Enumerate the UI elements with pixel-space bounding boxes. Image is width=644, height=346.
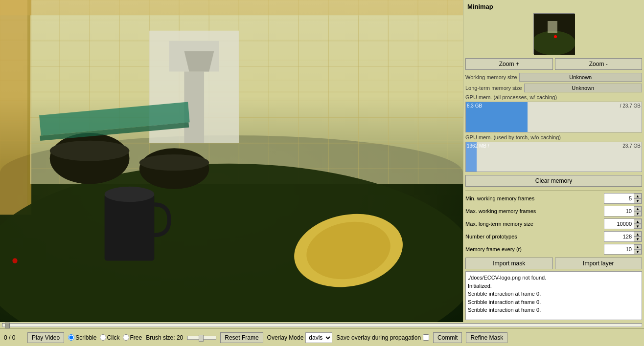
memory-frame-down[interactable]: ▼	[634, 249, 642, 254]
log-area: ./docs/ECCV-logo.png not found. Initiali…	[465, 271, 642, 320]
save-overlay-group: Save overlay during propagation	[336, 334, 429, 341]
gpu-torch-bar: 1362 MB / 23.7 GB	[465, 142, 642, 173]
scrubber-area[interactable]	[0, 322, 644, 328]
max-longterm-down[interactable]: ▼	[634, 224, 642, 229]
free-radio-label[interactable]: Free	[123, 334, 142, 341]
max-working-frames-label: Max. working memory frames	[465, 208, 604, 214]
overlay-mode-label: Overlay Mode	[267, 334, 304, 341]
gpu-torch-row: GPU mem. (used by torch, w/o caching)	[465, 134, 642, 140]
clear-memory-button[interactable]: Clear memory	[465, 175, 642, 187]
log-line-5: Scribble interaction at frame 0.	[468, 306, 640, 314]
long-term-memory-row: Long-term memory size Unknown	[465, 84, 642, 92]
import-buttons: Import mask Import layer	[465, 258, 642, 269]
max-working-frames-up[interactable]: ▲	[634, 206, 642, 211]
free-label: Free	[130, 334, 142, 341]
max-longterm-row: Max. long-term memory size ▲ ▼	[465, 218, 642, 229]
scribble-label: Scribble	[75, 334, 96, 341]
zoom-minus-button[interactable]: Zoom -	[555, 58, 643, 70]
svg-rect-42	[548, 21, 557, 33]
commit-button[interactable]: Commit	[433, 332, 462, 343]
gpu-all-bar: 8.3 GB / 23.7 GB	[465, 102, 642, 132]
max-longterm-label: Max. long-term memory size	[465, 221, 604, 227]
scribble-radio[interactable]	[68, 334, 74, 341]
scrubber-bar[interactable]	[2, 323, 642, 327]
click-radio-label[interactable]: Click	[100, 334, 120, 341]
save-overlay-label: Save overlay during propagation	[336, 334, 421, 341]
brush-slider-thumb[interactable]	[199, 335, 204, 342]
minimap-thumbnail	[533, 13, 575, 54]
log-line-1: ./docs/ECCV-logo.png not found.	[468, 274, 640, 282]
free-radio[interactable]	[123, 334, 129, 341]
memory-frame-row: Memory frame every (r) ▲ ▼	[465, 244, 642, 255]
memory-frame-up[interactable]: ▲	[634, 244, 642, 249]
long-term-memory-label: Long-term memory size	[465, 85, 522, 91]
num-prototypes-up[interactable]: ▲	[634, 232, 642, 237]
main-area: Minimap Zoom + Zoom - Working memory siz…	[0, 0, 644, 322]
min-working-frames-input[interactable]	[604, 195, 634, 202]
svg-point-41	[534, 31, 575, 55]
working-memory-row: Working memory size Unknown	[465, 73, 642, 82]
num-prototypes-label: Number of prototypes	[465, 234, 604, 239]
min-working-frames-row: Min. working memory frames ▲ ▼	[465, 193, 642, 204]
num-prototypes-spinbox[interactable]: ▲ ▼	[604, 231, 642, 242]
gpu-all-label: GPU mem. (all processes, w/ caching)	[465, 94, 557, 100]
num-prototypes-input[interactable]	[604, 233, 634, 240]
working-memory-value: Unknown	[519, 73, 642, 82]
min-working-frames-label: Min. working memory frames	[465, 195, 604, 201]
log-line-3: Scribble interaction at frame 0.	[468, 290, 640, 298]
scribble-radio-label[interactable]: Scribble	[68, 334, 96, 341]
import-layer-button[interactable]: Import layer	[555, 258, 643, 269]
max-working-frames-down[interactable]: ▼	[634, 211, 642, 216]
num-prototypes-down[interactable]: ▼	[634, 237, 642, 241]
min-working-frames-down[interactable]: ▼	[634, 198, 642, 203]
bottom-bar: 0 / 0 Play Video Scribble Click Free Bru…	[0, 328, 644, 346]
click-label: Click	[107, 334, 120, 341]
zoom-controls: Zoom + Zoom -	[465, 58, 642, 70]
log-line-2: Initialized.	[468, 282, 640, 290]
gpu-all-row: GPU mem. (all processes, w/ caching)	[465, 94, 642, 100]
gpu-torch-label: GPU mem. (used by torch, w/o caching)	[465, 134, 561, 140]
canvas-area[interactable]	[0, 0, 463, 322]
memory-frame-label: Memory frame every (r)	[465, 246, 604, 252]
max-longterm-up[interactable]: ▲	[634, 219, 642, 224]
min-working-frames-up[interactable]: ▲	[634, 194, 642, 198]
save-overlay-checkbox[interactable]	[423, 334, 429, 341]
refine-mask-button[interactable]: Refine Mask	[466, 332, 507, 343]
scrubber-handle[interactable]	[5, 323, 10, 328]
zoom-plus-button[interactable]: Zoom +	[465, 58, 553, 70]
gpu-torch-bar-fill-label: 1362 MB /	[467, 142, 489, 150]
reset-frame-button[interactable]: Reset Frame	[220, 332, 263, 343]
memory-frame-input[interactable]	[604, 245, 634, 253]
log-line-4: Scribble interaction at frame 0.	[468, 298, 640, 306]
interaction-mode-group: Scribble Click Free	[68, 334, 142, 341]
click-radio[interactable]	[100, 334, 106, 341]
play-video-button[interactable]: Play Video	[27, 332, 64, 343]
max-working-frames-input[interactable]	[604, 207, 634, 215]
minimap-title: Minimap	[465, 2, 642, 11]
max-longterm-input[interactable]	[604, 220, 634, 228]
min-working-frames-spinbox[interactable]: ▲ ▼	[604, 193, 642, 204]
max-working-frames-row: Max. working memory frames ▲ ▼	[465, 206, 642, 216]
brush-size-label: Brush size: 20	[146, 334, 183, 341]
gpu-all-bar-fill-label: 8.3 GB	[467, 102, 482, 110]
working-memory-label: Working memory size	[465, 74, 517, 80]
max-working-frames-spinbox[interactable]: ▲ ▼	[604, 206, 642, 216]
gpu-all-bar-total-label: / 23.7 GB	[620, 102, 641, 110]
sidebar-panel: Minimap Zoom + Zoom - Working memory siz…	[463, 0, 644, 322]
overlay-mode-group: Overlay Mode davis soft hard	[267, 332, 333, 343]
max-longterm-spinbox[interactable]: ▲ ▼	[604, 218, 642, 229]
svg-point-43	[554, 35, 557, 38]
gpu-torch-bar-total-label: 23.7 GB	[622, 142, 641, 150]
brush-size-slider[interactable]	[187, 336, 216, 340]
import-mask-button[interactable]: Import mask	[465, 258, 553, 269]
long-term-memory-value: Unknown	[524, 84, 642, 92]
overlay-mode-select[interactable]: davis soft hard	[305, 332, 332, 343]
frame-indicator: 0 / 0	[4, 334, 23, 341]
memory-frame-spinbox[interactable]: ▲ ▼	[604, 244, 642, 255]
num-prototypes-row: Number of prototypes ▲ ▼	[465, 231, 642, 242]
